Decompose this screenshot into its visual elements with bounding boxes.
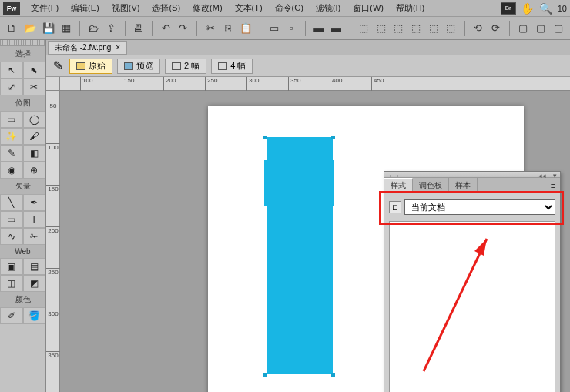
hand-icon[interactable]: ✋ (521, 2, 535, 15)
menu-edit[interactable]: 编辑(E) (65, 2, 106, 14)
tools-web-header: Web (0, 245, 45, 258)
group-icon[interactable]: ▭ (268, 21, 280, 36)
styles-list[interactable] (389, 221, 555, 392)
tab-swatches[interactable]: 样本 (449, 178, 478, 193)
selected-shape-extra[interactable] (264, 160, 334, 206)
arrange4-icon[interactable]: ⬚ (411, 21, 422, 36)
arrange2-icon[interactable]: ⬚ (375, 21, 387, 36)
panel-collapse-icon[interactable]: ◂◂ (538, 172, 546, 179)
zoom-icon[interactable]: 🔍 (539, 2, 553, 15)
view-two-up[interactable]: 2 幅 (165, 59, 206, 74)
grid-icon[interactable]: ▦ (61, 21, 72, 36)
blur-tool-icon[interactable]: ◉ (0, 162, 23, 179)
knife-tool-icon[interactable]: ✁ (23, 228, 46, 245)
bucket-tool-icon[interactable]: 🪣 (23, 307, 46, 324)
copy-icon[interactable]: ⎘ (223, 21, 234, 36)
tab-palette[interactable]: 调色板 (413, 178, 449, 193)
open-icon[interactable]: 📂 (24, 21, 36, 36)
save-icon[interactable]: 💾 (42, 21, 55, 36)
ruler-corner (46, 77, 60, 91)
export-icon[interactable]: ⇪ (106, 21, 117, 36)
arrange6-icon[interactable]: ⬚ (445, 21, 457, 36)
rotate1-icon[interactable]: ⟲ (473, 21, 484, 36)
panel-tabs: 样式 调色板 样本 ≡ (384, 178, 560, 193)
bridge-badge[interactable]: Br (501, 2, 516, 15)
subselect-tool-icon[interactable]: ⬉ (23, 62, 46, 79)
ruler-vertical: 50 100 150 200 250 300 350 400 (46, 91, 60, 392)
tools-vector-header: 矢量 (0, 179, 45, 194)
menu-select[interactable]: 选择(S) (146, 2, 186, 14)
pointer-icon: ✎ (51, 59, 65, 73)
lasso-tool-icon[interactable]: ◯ (23, 111, 46, 128)
doc-icon: 🗋 (389, 201, 401, 213)
misc1-icon[interactable]: ▢ (518, 21, 529, 36)
panel-close-icon[interactable]: ▾ (553, 172, 557, 179)
new-icon[interactable]: 🗋 (6, 21, 18, 36)
menu-text[interactable]: 文本(T) (229, 2, 269, 14)
main-toolbar: 🗋 📂 💾 ▦ 🗁 ⇪ 🖶 ↶ ↷ ✂ ⎘ 📋 ▭ ▫ ▬ ▬ ⬚ ⬚ ⬚ ⬚ … (0, 17, 570, 40)
ruler-horizontal: 100 150 200 250 300 350 400 450 (60, 77, 570, 91)
view-four-up[interactable]: 4 幅 (211, 59, 253, 74)
scale-tool-icon[interactable]: ⤢ (0, 79, 23, 95)
slice-tool-icon[interactable]: ▤ (23, 258, 46, 275)
menu-help[interactable]: 帮助(H) (390, 2, 431, 14)
tools-select-header: 选择 (0, 46, 45, 62)
hide-slice-icon[interactable]: ◫ (0, 275, 23, 292)
show-slice-icon[interactable]: ◩ (23, 275, 46, 292)
arrange3-icon[interactable]: ⬚ (393, 21, 404, 36)
print-icon[interactable]: 🖶 (132, 21, 144, 36)
misc2-icon[interactable]: ▢ (535, 21, 546, 36)
menu-window[interactable]: 窗口(W) (347, 2, 390, 14)
panel-grip[interactable]: ⋮⋮ ◂◂ ▾ (384, 172, 560, 178)
cut-icon[interactable]: ✂ (205, 21, 216, 36)
align2-icon[interactable]: ▬ (330, 21, 342, 36)
pencil-tool-icon[interactable]: ✎ (0, 145, 23, 162)
ungroup-icon[interactable]: ▫ (286, 21, 297, 36)
menu-filters[interactable]: 滤镜(I) (310, 2, 347, 14)
crop-tool-icon[interactable]: ✂ (23, 79, 46, 95)
menu-file[interactable]: 文件(F) (25, 2, 65, 14)
line-tool-icon[interactable]: ╲ (0, 194, 23, 211)
eraser-tool-icon[interactable]: ◧ (23, 145, 46, 162)
styles-panel: ⋮⋮ ◂◂ ▾ 样式 调色板 样本 ≡ 🗋 当前文档 (384, 171, 561, 392)
view-original[interactable]: 原始 (69, 59, 112, 74)
close-tab-icon[interactable]: × (116, 43, 120, 52)
hotspot-tool-icon[interactable]: ▣ (0, 258, 23, 275)
rect-tool-icon[interactable]: ▭ (0, 211, 23, 228)
pen-tool-icon[interactable]: ✒ (23, 194, 46, 211)
eyedropper-tool-icon[interactable]: ✐ (0, 307, 23, 324)
document-tab-label: 未命名 -2.fw.png (55, 42, 111, 53)
style-source-dropdown[interactable]: 当前文档 (404, 199, 555, 215)
import-icon[interactable]: 🗁 (88, 21, 99, 36)
document-area: 未命名 -2.fw.png × ✎ 原始 预览 2 幅 4 幅 100 150 … (46, 40, 570, 392)
arrange1-icon[interactable]: ⬚ (357, 21, 369, 36)
menu-view[interactable]: 视图(V) (106, 2, 146, 14)
align1-icon[interactable]: ▬ (313, 21, 324, 36)
brush-tool-icon[interactable]: 🖌 (23, 128, 46, 145)
text-tool-icon[interactable]: T (23, 211, 46, 228)
document-tabs: 未命名 -2.fw.png × (46, 40, 570, 55)
zoom-value: 10 (558, 4, 567, 13)
tools-bitmap-header: 位图 (0, 95, 45, 111)
arrange5-icon[interactable]: ⬚ (428, 21, 439, 36)
menu-commands[interactable]: 命令(C) (269, 2, 310, 14)
paste-icon[interactable]: 📋 (240, 21, 252, 36)
stamp-tool-icon[interactable]: ⊕ (23, 162, 46, 179)
view-preview[interactable]: 预览 (117, 59, 160, 74)
freeform-tool-icon[interactable]: ∿ (0, 228, 23, 245)
panel-menu-icon[interactable]: ≡ (546, 178, 560, 193)
view-bar: ✎ 原始 预览 2 幅 4 幅 (46, 55, 570, 77)
marquee-tool-icon[interactable]: ▭ (0, 111, 23, 128)
undo-icon[interactable]: ↶ (160, 21, 172, 36)
rotate2-icon[interactable]: ⟳ (490, 21, 501, 36)
tools-panel: 选择 ↖ ⬉ ⤢ ✂ 位图 ▭ ◯ ✨ 🖌 ✎ ◧ ◉ ⊕ 矢量 ╲ ✒ ▭ T… (0, 40, 46, 392)
misc3-icon[interactable]: ▢ (552, 21, 564, 36)
menu-modify[interactable]: 修改(M) (186, 2, 229, 14)
wand-tool-icon[interactable]: ✨ (0, 128, 23, 145)
tools-grip[interactable] (0, 40, 45, 46)
pointer-tool-icon[interactable]: ↖ (0, 62, 23, 79)
app-logo: Fw (3, 2, 20, 15)
document-tab[interactable]: 未命名 -2.fw.png × (48, 41, 127, 55)
menubar: Fw 文件(F) 编辑(E) 视图(V) 选择(S) 修改(M) 文本(T) 命… (0, 0, 570, 17)
redo-icon[interactable]: ↷ (178, 21, 189, 36)
